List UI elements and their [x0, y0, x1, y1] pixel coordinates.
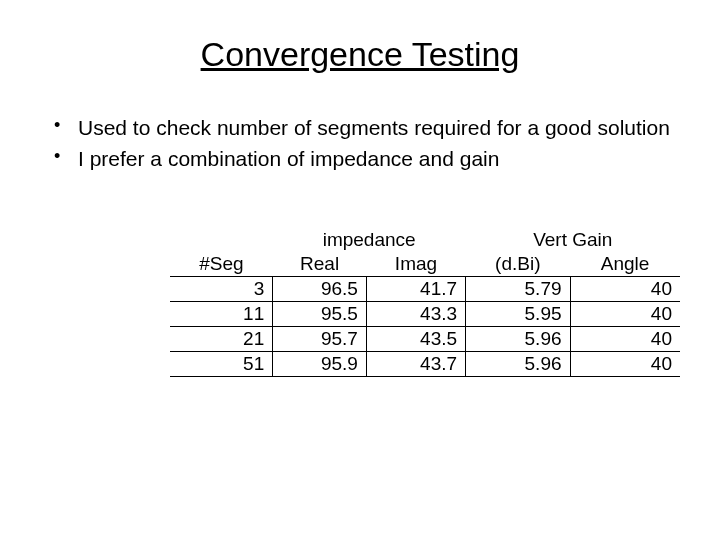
cell-angle: 40	[570, 301, 680, 326]
cell-dbi: 5.96	[466, 326, 570, 351]
cell-imag: 43.5	[366, 326, 465, 351]
cell-real: 95.7	[273, 326, 367, 351]
cell-angle: 40	[570, 351, 680, 376]
bullet-item: Used to check number of segments require…	[48, 114, 680, 141]
cell-seg: 11	[170, 301, 273, 326]
cell-dbi: 5.79	[466, 276, 570, 301]
table-row: 51 95.9 43.7 5.96 40	[170, 351, 680, 376]
header-group-impedance: impedance	[273, 228, 466, 252]
header-seg: #Seg	[170, 252, 273, 277]
table-row: 3 96.5 41.7 5.79 40	[170, 276, 680, 301]
table-row: 21 95.7 43.5 5.96 40	[170, 326, 680, 351]
cell-imag: 41.7	[366, 276, 465, 301]
cell-seg: 51	[170, 351, 273, 376]
bullet-item: I prefer a combination of impedance and …	[48, 145, 680, 172]
cell-imag: 43.7	[366, 351, 465, 376]
cell-dbi: 5.96	[466, 351, 570, 376]
cell-imag: 43.3	[366, 301, 465, 326]
header-dbi: (d.Bi)	[466, 252, 570, 277]
convergence-table: impedance Vert Gain #Seg Real Imag (d.Bi…	[170, 228, 680, 377]
header-real: Real	[273, 252, 367, 277]
page-title: Convergence Testing	[40, 35, 680, 74]
cell-angle: 40	[570, 326, 680, 351]
header-blank	[170, 228, 273, 252]
header-imag: Imag	[366, 252, 465, 277]
cell-real: 96.5	[273, 276, 367, 301]
header-group-vertgain: Vert Gain	[466, 228, 680, 252]
cell-real: 95.9	[273, 351, 367, 376]
cell-seg: 3	[170, 276, 273, 301]
cell-angle: 40	[570, 276, 680, 301]
cell-seg: 21	[170, 326, 273, 351]
bullet-list: Used to check number of segments require…	[48, 114, 680, 173]
header-angle: Angle	[570, 252, 680, 277]
table-row: 11 95.5 43.3 5.95 40	[170, 301, 680, 326]
cell-real: 95.5	[273, 301, 367, 326]
cell-dbi: 5.95	[466, 301, 570, 326]
